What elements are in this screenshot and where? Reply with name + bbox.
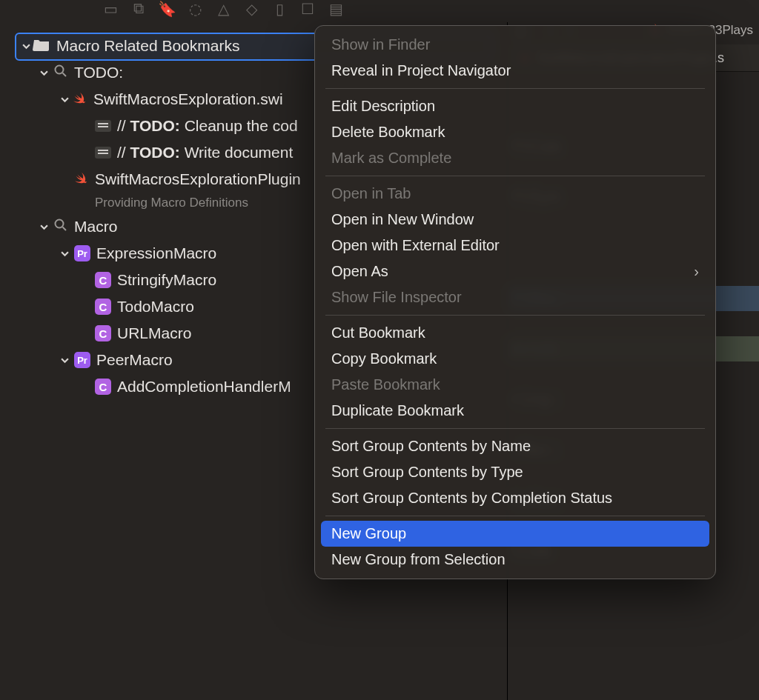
menu-duplicate-bookmark[interactable]: Duplicate Bookmark xyxy=(315,398,715,424)
nav-icon-4[interactable]: ◌ xyxy=(181,0,209,18)
menu-open-in-tab: Open in Tab xyxy=(315,181,715,207)
menu-edit-description[interactable]: Edit Description xyxy=(315,93,715,119)
chevron-down-icon[interactable] xyxy=(37,69,50,77)
menu-new-group-from-selection[interactable]: New Group from Selection xyxy=(315,547,715,573)
menu-delete-bookmark[interactable]: Delete Bookmark xyxy=(315,119,715,145)
svg-point-2 xyxy=(56,219,64,227)
peer-macro-label: PeerMacro xyxy=(96,351,173,369)
protocol-badge-icon: Pr xyxy=(74,245,90,261)
menu-mark-complete: Mark as Complete xyxy=(315,145,715,171)
class-badge-icon: C xyxy=(95,299,111,315)
todo-item-2-label: // TODO: Write document xyxy=(117,144,293,161)
url-macro-label: URLMacro xyxy=(117,324,191,342)
nav-icon-1[interactable]: ▭ xyxy=(96,0,125,18)
protocol-badge-icon: Pr xyxy=(74,352,90,368)
menu-open-external[interactable]: Open with External Editor xyxy=(315,233,715,259)
todo-group-label: TODO: xyxy=(74,64,123,81)
chevron-down-icon[interactable] xyxy=(19,42,33,50)
nav-icon-9[interactable]: ▤ xyxy=(322,0,350,18)
class-badge-icon: C xyxy=(95,325,111,341)
add-completion-handler-label: AddCompletionHandlerM xyxy=(117,378,291,396)
swift-file-label: SwiftMacrosExploration.swi xyxy=(93,90,283,108)
plugin-file-subtitle: Providing Macro Definitions xyxy=(95,196,248,210)
menu-cut-bookmark[interactable]: Cut Bookmark xyxy=(315,320,715,346)
chevron-down-icon[interactable] xyxy=(58,96,71,104)
search-icon xyxy=(53,64,68,82)
svg-line-3 xyxy=(63,227,67,230)
stringify-macro-label: StringifyMacro xyxy=(117,271,216,289)
plugin-file-label: SwiftMacrosExplorationPlugin xyxy=(95,170,301,188)
chevron-down-icon[interactable] xyxy=(58,250,71,258)
menu-show-file-inspector: Show File Inspector xyxy=(315,284,715,310)
menu-sort-by-type[interactable]: Sort Group Contents by Type xyxy=(315,459,715,485)
nav-icon-5[interactable]: △ xyxy=(209,0,237,18)
svg-line-1 xyxy=(63,73,67,76)
search-icon xyxy=(53,218,68,236)
swift-file-icon xyxy=(73,171,89,187)
todo-item-1-label: // TODO: Cleanup the cod xyxy=(117,117,298,135)
code-line-icon xyxy=(95,147,111,159)
chevron-down-icon[interactable] xyxy=(37,223,50,231)
menu-paste-bookmark: Paste Bookmark xyxy=(315,372,715,398)
svg-point-0 xyxy=(56,65,64,73)
macro-group-label: Macro xyxy=(74,218,117,236)
menu-sort-by-name[interactable]: Sort Group Contents by Name xyxy=(315,433,715,459)
code-line-icon xyxy=(95,120,111,132)
nav-icon-8[interactable]: ☐ xyxy=(294,0,322,18)
chevron-down-icon[interactable] xyxy=(58,356,71,364)
swift-file-icon xyxy=(71,91,87,107)
context-menu: Show in Finder Reveal in Project Navigat… xyxy=(314,25,716,579)
class-badge-icon: C xyxy=(95,272,111,288)
menu-show-in-finder: Show in Finder xyxy=(315,32,715,58)
class-badge-icon: C xyxy=(95,379,111,395)
chevron-right-icon: › xyxy=(694,263,699,280)
folder-icon xyxy=(33,37,50,56)
menu-open-as[interactable]: Open As› xyxy=(315,259,715,284)
menu-sort-by-completion[interactable]: Sort Group Contents by Completion Status xyxy=(315,485,715,511)
menu-open-new-window[interactable]: Open in New Window xyxy=(315,207,715,233)
nav-icon-6[interactable]: ◇ xyxy=(237,0,265,18)
todo-macro-label: TodoMacro xyxy=(117,298,194,316)
root-group-label: Macro Related Bookmarks xyxy=(56,37,239,55)
nav-icon-7[interactable]: ▯ xyxy=(265,0,294,18)
menu-reveal-in-navigator[interactable]: Reveal in Project Navigator xyxy=(315,58,715,84)
navigator-toolbar: ▭ ⧉ 🔖 ◌ △ ◇ ▯ ☐ ▤ xyxy=(0,0,759,22)
menu-new-group[interactable]: New Group xyxy=(321,521,709,547)
expression-macro-label: ExpressionMacro xyxy=(96,244,216,262)
menu-copy-bookmark[interactable]: Copy Bookmark xyxy=(315,346,715,372)
bookmark-navigator-icon[interactable]: 🔖 xyxy=(153,0,181,18)
nav-icon-2[interactable]: ⧉ xyxy=(125,0,153,17)
